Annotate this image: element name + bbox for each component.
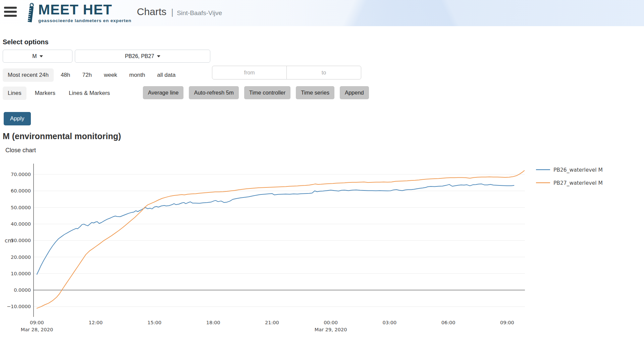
- to-input[interactable]: [286, 66, 361, 79]
- stations-dropdown-label: PB26, PB27: [125, 53, 154, 59]
- logo-title: MEET HET: [38, 2, 131, 17]
- app-header: MEET HET geassocieerde landmeters en exp…: [0, 0, 644, 26]
- range-tab-most-recent-24h[interactable]: Most recent 24h: [3, 68, 54, 82]
- series-line-PB27_waterlevel M: [37, 171, 524, 308]
- x-date-label: Mar 29, 2020: [315, 327, 347, 332]
- quantity-dropdown-label: M: [32, 53, 37, 59]
- title-separator: |: [171, 7, 173, 17]
- auto-refresh-button[interactable]: Auto-refresh 5m: [189, 86, 238, 99]
- y-tick-label: 10.0000: [11, 271, 31, 276]
- style-tab-markers[interactable]: Markers: [30, 87, 60, 100]
- y-tick-label: 30.0000: [11, 238, 31, 243]
- x-tick-label: 21:00: [265, 320, 279, 325]
- y-tick-label: 60.0000: [11, 188, 31, 193]
- legend-item-PB27_waterlevel M[interactable]: PB27_waterlevel M: [536, 180, 603, 186]
- waterlevel-chart[interactable]: 70.000060.000050.000040.000030.000020.00…: [0, 160, 617, 341]
- logo: MEET HET geassocieerde landmeters en exp…: [26, 2, 131, 23]
- page-title: Charts: [137, 6, 166, 17]
- range-tab-month[interactable]: month: [124, 68, 150, 82]
- x-tick-label: 06:00: [441, 320, 455, 325]
- y-tick-label: 0.0000: [14, 287, 31, 293]
- date-range-inputs: [212, 66, 361, 79]
- range-tab-72h[interactable]: 72h: [77, 68, 97, 82]
- y-tick-label: 50.0000: [11, 205, 31, 210]
- y-tick-label: 20.0000: [11, 254, 31, 260]
- x-tick-label: 12:00: [89, 320, 103, 325]
- location-subtitle: Sint-Baafs-Vijve: [177, 9, 222, 17]
- average-line-button[interactable]: Average line: [143, 86, 183, 99]
- hamburger-menu-icon[interactable]: [4, 7, 17, 17]
- legend-item-PB26_waterlevel M[interactable]: PB26_waterlevel M: [536, 167, 603, 173]
- y-tick-label: −10.0000: [7, 304, 31, 309]
- x-tick-label: 09:00: [500, 320, 514, 325]
- chart-action-buttons: Average line Auto-refresh 5m Time contro…: [143, 86, 374, 99]
- y-axis-title: cm: [5, 237, 13, 244]
- caret-down-icon: [157, 55, 160, 57]
- x-tick-label: 15:00: [148, 320, 162, 325]
- logo-tagline: geassocieerde landmeters en experten: [38, 18, 131, 23]
- x-tick-label: 00:00: [324, 320, 338, 325]
- stations-dropdown[interactable]: PB26, PB27: [75, 50, 210, 63]
- apply-button[interactable]: Apply: [4, 112, 31, 125]
- x-tick-label: 18:00: [206, 320, 220, 325]
- from-input[interactable]: [212, 66, 287, 79]
- select-options-heading: Select options: [3, 38, 49, 46]
- range-tab-48h[interactable]: 48h: [56, 68, 75, 82]
- close-chart-link[interactable]: Close chart: [5, 147, 36, 154]
- chart-section-title: M (environmental monitoring): [3, 131, 121, 141]
- style-tab-lines[interactable]: Lines: [3, 87, 26, 100]
- y-tick-label: 70.0000: [11, 172, 31, 177]
- x-date-label: Mar 28, 2020: [21, 327, 53, 332]
- x-tick-label: 03:00: [382, 320, 396, 325]
- legend-label: PB26_waterlevel M: [553, 167, 603, 173]
- append-button[interactable]: Append: [340, 86, 369, 99]
- plot-style-tabs: Lines Markers Lines & Markers: [3, 87, 118, 100]
- time-series-button[interactable]: Time series: [296, 86, 334, 99]
- style-tab-lines-markers[interactable]: Lines & Markers: [64, 87, 115, 100]
- ruler-icon: [26, 2, 36, 23]
- range-tab-week[interactable]: week: [99, 68, 122, 82]
- legend-label: PB27_waterlevel M: [553, 180, 603, 186]
- breadcrumb: Charts | Sint-Baafs-Vijve: [137, 6, 222, 17]
- quantity-dropdown[interactable]: M: [3, 50, 72, 63]
- x-tick-label: 09:00: [30, 320, 44, 325]
- time-range-tabs: Most recent 24h 48h 72h week month all d…: [3, 68, 182, 82]
- caret-down-icon: [40, 55, 43, 57]
- y-tick-label: 40.0000: [11, 221, 31, 227]
- series-line-PB26_waterlevel M: [37, 184, 514, 275]
- time-controller-button[interactable]: Time controller: [244, 86, 291, 99]
- range-tab-all-data[interactable]: all data: [152, 68, 181, 82]
